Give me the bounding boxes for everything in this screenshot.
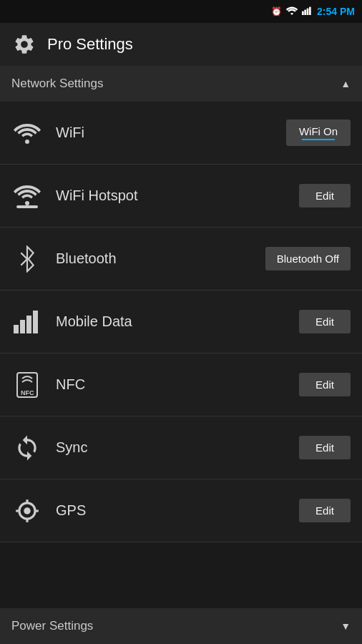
wifi-hotspot-icon xyxy=(11,180,43,212)
status-icons: ⏰ 2:54 PM xyxy=(271,6,355,18)
nfc-label: NFC xyxy=(56,376,286,393)
svg-text:NFC: NFC xyxy=(21,389,34,396)
svg-rect-1 xyxy=(304,9,306,14)
wifi-row: WiFi WiFi On xyxy=(0,102,362,165)
wifi-button[interactable]: WiFi On xyxy=(286,119,351,146)
settings-list: WiFi WiFi On WiFi Hotspot Edit Bluetooth… xyxy=(0,102,362,542)
signal-status-icon xyxy=(302,6,313,18)
power-settings-header[interactable]: Power Settings ▼ xyxy=(0,608,362,644)
title-bar: Pro Settings xyxy=(0,23,362,66)
svg-rect-10 xyxy=(33,311,38,333)
gear-icon xyxy=(11,31,37,57)
bluetooth-icon xyxy=(11,243,43,275)
sync-row: Sync Edit xyxy=(0,416,362,479)
mobile-data-label: Mobile Data xyxy=(56,313,286,330)
power-arrow-down-icon: ▼ xyxy=(341,620,351,632)
signal-bars-icon xyxy=(11,306,43,338)
page-title: Pro Settings xyxy=(47,35,133,54)
svg-rect-3 xyxy=(309,6,311,14)
mobile-data-button[interactable]: Edit xyxy=(299,310,351,333)
bluetooth-button[interactable]: Bluetooth Off xyxy=(265,247,351,270)
svg-rect-2 xyxy=(307,8,309,14)
power-settings-label: Power Settings xyxy=(11,619,93,633)
svg-rect-0 xyxy=(302,11,304,14)
nfc-button[interactable]: Edit xyxy=(299,373,351,396)
svg-point-5 xyxy=(25,201,29,205)
svg-rect-7 xyxy=(14,325,19,333)
bluetooth-label: Bluetooth xyxy=(56,250,253,267)
nfc-row: NFC NFC Edit xyxy=(0,353,362,416)
svg-rect-9 xyxy=(26,316,31,333)
svg-rect-8 xyxy=(20,320,25,333)
svg-point-12 xyxy=(24,507,31,514)
status-time: 2:54 PM xyxy=(317,6,355,17)
gps-button[interactable]: Edit xyxy=(299,499,351,522)
svg-point-4 xyxy=(25,140,29,144)
status-bar: ⏰ 2:54 PM xyxy=(0,0,362,23)
sync-icon xyxy=(11,432,43,464)
wifi-hotspot-button[interactable]: Edit xyxy=(299,184,351,208)
wifi-status-icon xyxy=(285,6,298,18)
wifi-icon xyxy=(11,117,43,149)
sync-button[interactable]: Edit xyxy=(299,436,351,459)
network-settings-label: Network Settings xyxy=(11,77,104,91)
wifi-hotspot-row: WiFi Hotspot Edit xyxy=(0,165,362,228)
mobile-data-row: Mobile Data Edit xyxy=(0,291,362,353)
network-settings-header[interactable]: Network Settings ▲ xyxy=(0,66,362,102)
gps-label: GPS xyxy=(56,502,286,519)
bluetooth-row: Bluetooth Bluetooth Off xyxy=(0,228,362,291)
gps-icon xyxy=(11,495,43,527)
nfc-icon: NFC xyxy=(11,369,43,401)
svg-rect-6 xyxy=(16,205,38,208)
alarm-icon: ⏰ xyxy=(271,6,282,16)
wifi-label: WiFi xyxy=(56,125,273,141)
network-arrow-up-icon: ▲ xyxy=(341,78,351,89)
sync-label: Sync xyxy=(56,439,286,456)
gps-row: GPS Edit xyxy=(0,479,362,542)
wifi-hotspot-label: WiFi Hotspot xyxy=(56,187,286,204)
